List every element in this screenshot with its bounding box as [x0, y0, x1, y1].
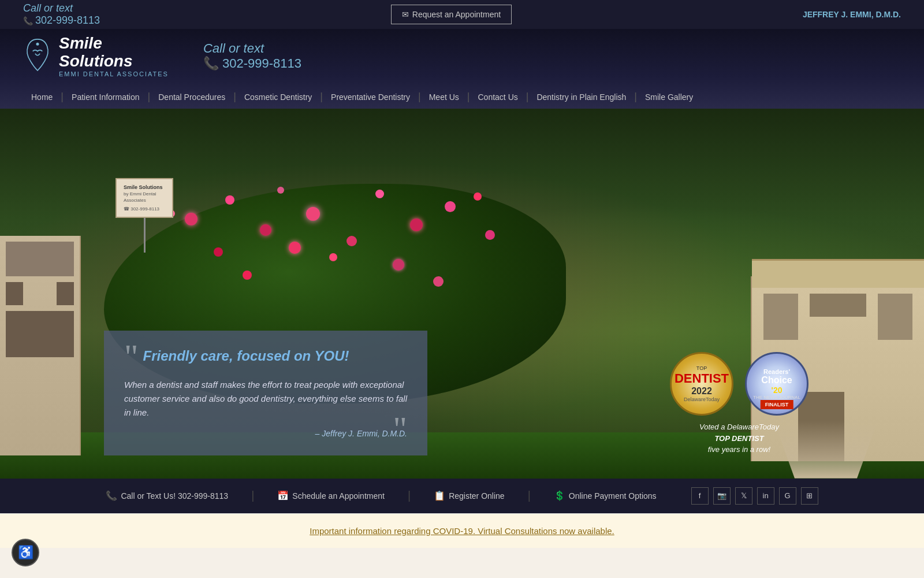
header-call-label: Call or text: [203, 41, 301, 56]
register-link[interactable]: 📋 Register Online: [434, 490, 505, 501]
top-dentist-text: TOP DENTIST: [714, 434, 763, 443]
nav-plain-english[interactable]: Dentistry in Plain English: [528, 86, 634, 109]
logo-icon: [23, 36, 52, 76]
awards-area: TOP Dentist 2022 DelawareToday Readers' …: [670, 352, 808, 455]
top-bar: Call or text 302-999-8113 Request an App…: [0, 0, 924, 29]
header-top: Smile Solutions EMMI DENTAL ASSOCIATES C…: [23, 35, 901, 83]
quote-author: – Jeffrey J. Emmi, D.M.D.: [124, 429, 407, 438]
phone-icon: 📞: [106, 490, 117, 501]
call-text-link[interactable]: 📞 Call or Text Us! 302-999-8113: [106, 490, 228, 501]
nav-home[interactable]: Home: [23, 86, 61, 109]
nav-patient-info[interactable]: Patient Information: [64, 86, 148, 109]
register-label: Register Online: [449, 491, 505, 501]
svg-point-0: [36, 42, 39, 45]
social-icons: f 📷 𝕏 in G ⊞: [691, 487, 818, 505]
bottom-bar: 📞 Call or Text Us! 302-999-8113 | 📅 Sche…: [0, 479, 924, 513]
doctor-name: JEFFREY J. EMMI, D.M.D.: [803, 10, 901, 19]
covid-link[interactable]: Important information regarding COVID-19…: [310, 526, 614, 536]
header-contact: Call or text 📞 302-999-8113: [203, 41, 301, 71]
finalist-ribbon: FINALIST: [761, 400, 793, 409]
covid-banner: Important information regarding COVID-19…: [0, 513, 924, 548]
top-dentist-badge: TOP Dentist 2022 DelawareToday: [670, 352, 733, 416]
request-appointment-button[interactable]: Request an Appointment: [391, 5, 512, 24]
payment-label: Online Payment Options: [569, 491, 657, 501]
google-icon[interactable]: G: [779, 487, 796, 505]
sign-post: Smile Solutions by Emmi Dental Associate…: [116, 178, 173, 253]
header: Smile Solutions EMMI DENTAL ASSOCIATES C…: [0, 29, 924, 109]
awards-badges: TOP Dentist 2022 DelawareToday Readers' …: [670, 352, 808, 416]
nav-meet-us[interactable]: Meet Us: [421, 86, 467, 109]
nav-cosmetic[interactable]: Cosmetic Dentistry: [236, 86, 320, 109]
header-phone: 📞 302-999-8113: [203, 56, 301, 71]
phone-number: 302-999-8113: [23, 14, 100, 27]
top-bar-contact: Call or text 302-999-8113: [23, 2, 100, 27]
register-icon: 📋: [434, 490, 445, 501]
quote-heading: Friendly care, focused on YOU!: [143, 348, 408, 364]
linkedin-icon[interactable]: in: [757, 487, 774, 505]
news-org: THE NEWS JOURNAL: [753, 395, 800, 400]
payment-link[interactable]: 💲 Online Payment Options: [554, 490, 657, 501]
logo-area[interactable]: Smile Solutions EMMI DENTAL ASSOCIATES: [23, 35, 169, 77]
schedule-label: Schedule an Appointment: [292, 491, 385, 501]
main-nav: Home | Patient Information | Dental Proc…: [23, 86, 901, 109]
quote-box: " Friendly care, focused on YOU! When a …: [104, 331, 427, 455]
badge-org: DelawareToday: [684, 397, 720, 402]
facebook-icon[interactable]: f: [691, 487, 709, 505]
nav-gallery[interactable]: Smile Gallery: [637, 86, 701, 109]
accessibility-icon: ♿: [18, 545, 33, 548]
calendar-icon: 📅: [277, 490, 289, 501]
choice-year: '20: [772, 386, 783, 395]
badge-year: 2022: [691, 386, 712, 397]
schedule-appointment-link[interactable]: 📅 Schedule an Appointment: [277, 490, 385, 501]
nav-contact[interactable]: Contact Us: [470, 86, 526, 109]
quote-body: When a dentist and staff makes the effor…: [124, 378, 407, 420]
logo-text-block: Smile Solutions EMMI DENTAL ASSOCIATES: [59, 35, 169, 77]
twitter-icon[interactable]: 𝕏: [735, 487, 752, 505]
years-row: five years in a row!: [708, 445, 770, 454]
rss-icon[interactable]: ⊞: [801, 487, 818, 505]
instagram-icon[interactable]: 📷: [713, 487, 731, 505]
readers-label: Readers': [763, 368, 790, 375]
nav-preventative[interactable]: Preventative Dentistry: [323, 86, 418, 109]
logo-name: Smile Solutions: [59, 35, 169, 71]
badge-top-label: TOP: [696, 365, 707, 371]
hero-section: Smile Solutions by Emmi Dental Associate…: [0, 109, 924, 479]
logo-sub: EMMI DENTAL ASSOCIATES: [59, 71, 169, 77]
call-text-label: Call or Text Us! 302-999-8113: [121, 491, 228, 501]
call-or-text-label: Call or text: [23, 2, 100, 14]
choice-label: Choice: [761, 375, 792, 386]
payment-icon: 💲: [554, 490, 565, 501]
open-quote: ": [124, 348, 139, 365]
nav-dental-procedures[interactable]: Dental Procedures: [150, 86, 233, 109]
readers-choice-badge: Readers' Choice '20 THE NEWS JOURNAL FIN…: [745, 352, 808, 416]
awards-caption: Voted a DelawareToday TOP DENTIST five y…: [699, 421, 779, 455]
badge-dentist-label: Dentist: [675, 371, 729, 386]
